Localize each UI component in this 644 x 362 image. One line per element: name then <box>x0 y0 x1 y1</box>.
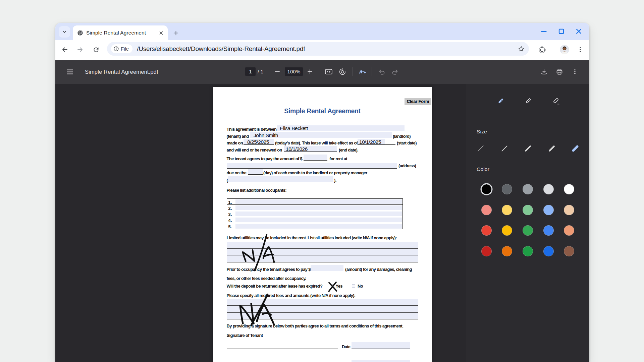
pdf-filename: Simple Rental Agreement.pdf <box>85 69 158 75</box>
pdf-toolbar: Simple Rental Agreement.pdf 1 / 1 100% <box>55 60 589 84</box>
ink-na-annotation-1 <box>243 235 274 270</box>
color-swatch-red[interactable] <box>481 225 492 236</box>
size-option-5[interactable] <box>569 142 582 155</box>
reload-button[interactable] <box>91 44 101 55</box>
download-button[interactable] <box>538 66 550 77</box>
rotate-icon <box>339 68 346 75</box>
zoom-in-button[interactable] <box>304 66 316 77</box>
pdf-menu-button[interactable] <box>64 66 75 77</box>
color-label: Color <box>477 166 489 172</box>
new-tab-button[interactable] <box>171 28 180 37</box>
redo-button[interactable] <box>389 66 401 77</box>
pdf-toolbar-separator <box>372 67 372 76</box>
color-swatch-light-green[interactable] <box>523 205 533 215</box>
color-palette <box>481 184 575 256</box>
zoom-out-button[interactable] <box>272 66 283 77</box>
browser-tab[interactable]: Simple Rental Agreement <box>73 25 168 40</box>
color-swatch-dark-green[interactable] <box>523 246 533 256</box>
size-option-3[interactable] <box>521 142 535 155</box>
puzzle-icon <box>539 46 546 53</box>
info-icon <box>114 46 119 51</box>
address-bar[interactable]: File /Users/elisabeckett/Downloads/Simpl… <box>107 42 529 56</box>
toolbar-separator <box>553 46 553 54</box>
pdf-more-button[interactable] <box>569 66 581 77</box>
maximize-icon <box>558 28 564 34</box>
extensions-button[interactable] <box>537 44 547 55</box>
forward-arrow-icon <box>77 46 84 53</box>
download-icon <box>541 68 547 75</box>
color-swatch-dark-red[interactable] <box>481 246 492 256</box>
url-text: /Users/elisabeckett/Downloads/Simple-Ren… <box>137 45 305 53</box>
avatar-photo <box>560 45 569 54</box>
kebab-menu-icon <box>577 47 583 53</box>
print-button[interactable] <box>554 66 565 77</box>
window-controls <box>535 24 587 38</box>
size-options <box>474 142 582 155</box>
eraser-icon <box>552 97 560 106</box>
annotate-button[interactable] <box>357 66 368 77</box>
size-option-2[interactable] <box>498 142 511 155</box>
browser-menu-button[interactable] <box>575 44 586 55</box>
tab-close-button[interactable] <box>158 29 164 36</box>
rotate-button[interactable] <box>337 66 348 77</box>
pen-icon <box>496 97 505 106</box>
highlighter-tool-button[interactable] <box>521 95 535 108</box>
reload-icon <box>93 46 100 53</box>
minimize-button[interactable] <box>535 24 552 38</box>
color-swatch-blue[interactable] <box>543 225 554 236</box>
pdf-page[interactable]: Clear Form Simple Rental Agreement This … <box>213 87 432 362</box>
pdf-toolbar-separator <box>268 67 268 76</box>
redo-icon <box>392 69 398 75</box>
print-icon <box>556 68 563 75</box>
back-button[interactable] <box>59 44 70 55</box>
size-option-4[interactable] <box>545 142 558 155</box>
forward-button[interactable] <box>75 44 86 55</box>
bookmark-button[interactable] <box>517 45 525 53</box>
size-label: Size <box>477 129 487 135</box>
pen-tool-button[interactable] <box>493 95 507 108</box>
ink-x-annotation <box>329 282 337 291</box>
hamburger-icon <box>67 69 73 74</box>
color-swatch-light-gray[interactable] <box>543 184 554 194</box>
tab-search-button[interactable] <box>59 26 70 38</box>
highlighter-icon <box>524 97 532 106</box>
tab-title: Simple Rental Agreement <box>86 30 146 36</box>
color-swatch-orange[interactable] <box>502 246 512 256</box>
color-swatch-tan[interactable] <box>564 205 574 215</box>
color-swatch-dark-gray[interactable] <box>502 184 512 194</box>
color-swatch-light-blue[interactable] <box>543 205 554 215</box>
globe-icon <box>77 30 83 36</box>
undo-button[interactable] <box>376 66 387 77</box>
chevron-down-icon <box>62 29 67 34</box>
zoom-level[interactable]: 100% <box>285 67 303 76</box>
color-swatch-salmon[interactable] <box>564 225 574 236</box>
ink-na-annotation-2 <box>240 294 274 325</box>
color-swatch-green[interactable] <box>523 225 533 236</box>
sidebar-separator <box>467 116 589 116</box>
color-swatch-gray[interactable] <box>523 184 533 194</box>
close-window-icon <box>576 28 582 34</box>
color-swatch-dark-blue[interactable] <box>543 246 554 256</box>
ink-squiggle-icon <box>359 68 367 75</box>
minus-icon <box>275 69 280 74</box>
page-count: / 1 <box>258 69 263 75</box>
color-swatch-light-yellow[interactable] <box>502 205 512 215</box>
close-window-button[interactable] <box>570 24 587 38</box>
eraser-tool-button[interactable] <box>549 95 563 108</box>
color-swatch-yellow[interactable] <box>502 225 512 236</box>
color-swatch-light-red[interactable] <box>481 205 492 215</box>
size-option-1[interactable] <box>474 142 487 155</box>
page-number-input[interactable]: 1 <box>245 67 256 76</box>
color-swatch-brown[interactable] <box>564 246 574 256</box>
maximize-button[interactable] <box>552 24 570 38</box>
fit-page-button[interactable] <box>323 66 334 77</box>
color-swatch-white[interactable] <box>564 184 574 194</box>
color-swatch-black[interactable] <box>481 184 492 194</box>
file-chip-label: File <box>121 46 129 52</box>
annotation-sidebar: Size Color <box>466 84 589 362</box>
file-chip[interactable]: File <box>111 44 132 53</box>
minimize-icon <box>541 28 547 34</box>
profile-avatar[interactable] <box>560 45 569 54</box>
plus-icon <box>307 69 313 74</box>
tab-strip: Simple Rental Agreement <box>55 23 589 40</box>
